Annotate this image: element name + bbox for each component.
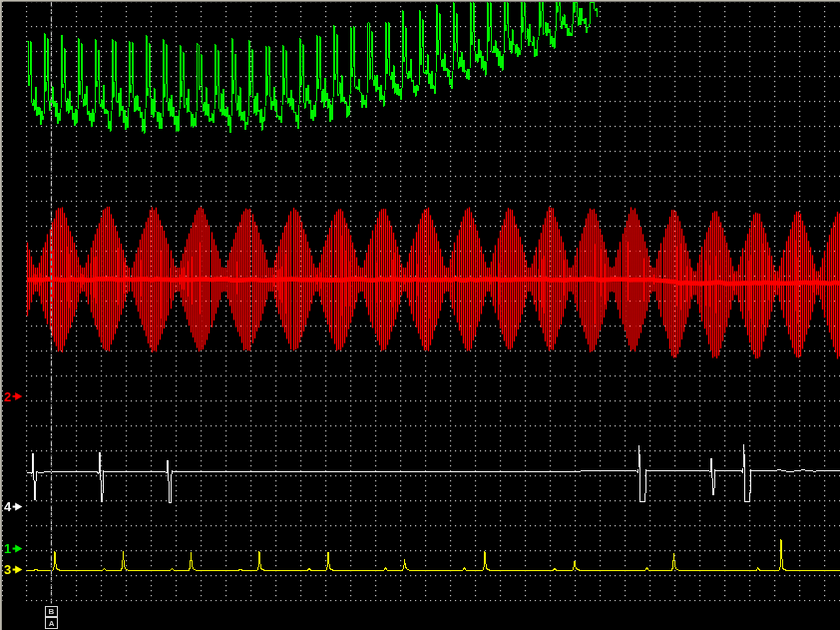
svg-text:3: 3 [4,562,11,577]
svg-text:A: A [49,619,55,628]
svg-text:1: 1 [4,541,11,556]
svg-text:4: 4 [4,499,12,514]
svg-text:B: B [49,607,55,616]
svg-text:2: 2 [4,389,11,404]
